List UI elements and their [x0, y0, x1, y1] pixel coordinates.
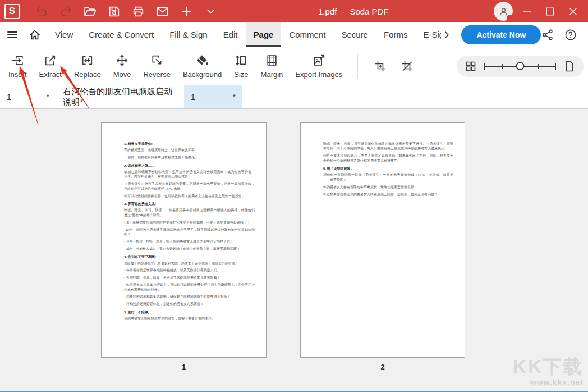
chevron-down-icon	[204, 4, 218, 19]
thumbnail-view-button[interactable]	[464, 60, 477, 73]
email-button[interactable]	[155, 4, 169, 19]
tab-e-sig[interactable]: E-Sig	[415, 22, 441, 47]
pdf-paragraph: 睡眠、喂食、洗澡，甚至是委派任务都将在非常休闲的节奏下进行。《勇者蛋生》希望带给…	[323, 142, 453, 151]
zoom-tick	[555, 63, 556, 70]
toolbar-background-button[interactable]: Background	[177, 53, 228, 79]
toolbar-move-button[interactable]: Move	[107, 53, 137, 79]
tab-view[interactable]: View	[47, 22, 81, 47]
pdf-heading: 1. 精灵女王需要你!	[124, 142, 255, 146]
more-actions-button[interactable]	[203, 4, 218, 19]
close-button[interactable]	[566, 4, 580, 19]
crop-button[interactable]	[367, 60, 394, 73]
save-icon	[107, 4, 121, 19]
maximize-icon	[544, 5, 557, 18]
toolbar-margin-button[interactable]: Margin	[255, 53, 290, 79]
redo-icon	[59, 4, 73, 19]
page-number-label-1: 1	[101, 363, 267, 371]
menubar: ViewCreate & ConvertFill & SignEditPageC…	[0, 22, 588, 47]
site-watermark: KK下载 www.kkx.net	[513, 357, 584, 386]
zoom-tick	[484, 63, 485, 70]
toolbar-extract-button[interactable]: Extract	[33, 53, 68, 79]
redo-button[interactable]	[58, 4, 73, 19]
home-button[interactable]	[28, 28, 42, 42]
toolbar-reverse-label: Reverse	[143, 70, 170, 79]
document-tab-3[interactable]: 1*	[184, 85, 242, 108]
pdf-paragraph: 守护精灵王国，击退黑暗骑士，让世界恢复和平……	[124, 148, 255, 152]
doc-tab-title: 石河伦吾的朋友们电脑版启动说明*	[63, 86, 177, 108]
watermark-brand: KK下载	[513, 357, 584, 376]
tab-fill-sign[interactable]: Fill & Sign	[162, 22, 215, 47]
toolbar-move-label: Move	[113, 70, 131, 79]
minimize-button[interactable]	[520, 4, 534, 19]
pdf-paragraph: - 你的勇者女儿具备自理能力，所以你可以随时走开处理生活中的麻烦事儿，完全不用担…	[124, 282, 255, 292]
document-tab-2[interactable]: 石河伦吾的朋友们电脑版启动说明*	[56, 85, 184, 108]
pdf-heading: 5. 主打一个陪伴。	[124, 310, 255, 314]
pdf-heading: 4. 也别忘了守卫家园!	[124, 254, 255, 259]
hamburger-menu-button[interactable]	[6, 28, 19, 42]
pdf-paragraph: - 蛋 - 保持适度恒温的同时也要保护它免受外界的威胁，不要让你的蛋输在起跑线上…	[124, 220, 255, 225]
undo-button[interactable]	[34, 4, 49, 19]
toolbar-reverse-button[interactable]: Reverse	[137, 53, 176, 79]
maximize-button[interactable]	[543, 4, 557, 19]
grid-view-icon	[464, 60, 477, 73]
tab-comment[interactable]: Comment	[281, 22, 333, 47]
pdf-paragraph: - 少年 - 指导、打扮、培养，指引你的勇者女儿成长为命中注定的样子吧！	[124, 239, 255, 244]
background-icon	[195, 53, 209, 67]
toolbar-replace-button[interactable]: Replace	[68, 53, 107, 79]
zoom-slider-knob[interactable]	[516, 62, 525, 70]
page-number-label-2: 2	[300, 363, 465, 371]
document-area: 1. 精灵女王需要你!守护精灵王国，击退黑暗骑士，让世界恢复和平……一切的一切都…	[0, 109, 588, 392]
toolbar-insert-button[interactable]: Insert	[2, 53, 33, 79]
print-button[interactable]	[131, 4, 145, 19]
activate-now-button[interactable]: Activate Now	[461, 25, 541, 44]
tab-forms[interactable]: Forms	[376, 22, 416, 47]
toolbar-background-label: Background	[183, 70, 222, 79]
account-avatar[interactable]	[494, 2, 513, 21]
document-tabbar: 1*石河伦吾的朋友们电脑版启动说明*1*	[0, 85, 588, 109]
replace-page-icon	[80, 53, 94, 67]
pdf-paragraph: 一切的一切都要从你手中这枚精灵之蛋开始孵化。	[124, 155, 255, 159]
pdf-heading: 6. 电子宠物大冒险。	[323, 166, 453, 171]
chevron-right-icon	[441, 29, 452, 40]
crop-slash-icon	[401, 60, 414, 73]
extract-page-icon	[43, 53, 57, 67]
open-file-button[interactable]	[82, 4, 97, 19]
tab-page[interactable]: Page	[246, 22, 282, 47]
menu-tabs: ViewCreate & ConvertFill & SignEditPageC…	[47, 22, 441, 47]
save-button[interactable]	[107, 4, 121, 19]
pdf-page-2[interactable]: 睡眠、喂食、洗澡，甚至是委派任务都将在非常休闲的节奏下进行。《勇者蛋生》希望带给…	[300, 122, 465, 358]
menubar-right-icons	[541, 28, 588, 42]
doc-tab-title: 1	[7, 93, 11, 102]
share-button[interactable]	[541, 28, 554, 42]
hamburger-icon	[6, 28, 19, 42]
move-page-icon	[115, 53, 129, 67]
tab-secure[interactable]: Secure	[333, 22, 376, 47]
toolbar-size-button[interactable]: Size	[228, 53, 254, 79]
tab-create-convert[interactable]: Create & Convert	[81, 22, 162, 47]
page-toolbar: InsertExtractReplaceMoveReverseBackgroun…	[0, 47, 588, 85]
mail-icon	[155, 4, 169, 19]
pdf-paragraph: 敏感心思和细策不会让你失望，迟早这样的勇者女儿将会破壳而出！成为你的守护者、伙伴…	[124, 170, 255, 179]
add-button[interactable]	[179, 4, 194, 19]
help-button[interactable]	[564, 28, 577, 42]
crop-remove-button[interactable]	[394, 60, 421, 73]
quick-actions	[34, 4, 218, 19]
document-tab-1[interactable]: 1*	[0, 85, 56, 108]
tabs-overflow-button[interactable]	[441, 29, 452, 40]
window-controls	[520, 0, 580, 22]
zoom-tick	[502, 64, 503, 69]
pdf-page-1[interactable]: 1. 精灵女王需要你!守护精灵王国，击退黑暗骑士，让世界恢复和平……一切的一切都…	[101, 122, 267, 358]
zoom-slider[interactable]	[484, 60, 556, 72]
toolbar-export-images-button[interactable]: Export Images	[289, 53, 348, 79]
toolbar-divider	[357, 54, 358, 79]
app-logo: S	[4, 4, 20, 19]
single-page-view-button[interactable]	[563, 60, 576, 73]
tab-edit[interactable]: Edit	[215, 22, 246, 47]
watermark-url: www.kkx.net	[513, 379, 584, 386]
insert-page-icon	[11, 53, 25, 67]
toolbar-export-images-label: Export Images	[295, 70, 342, 79]
pdf-paragraph: 但也不要太过掉以轻心，毕竟人有失足马有失蹄。如果真的出了意外，别慌，精灵女王会给…	[323, 153, 453, 163]
export-images-icon	[312, 53, 326, 67]
document-title: 1.pdf	[318, 7, 337, 16]
crop-icon	[374, 60, 387, 73]
